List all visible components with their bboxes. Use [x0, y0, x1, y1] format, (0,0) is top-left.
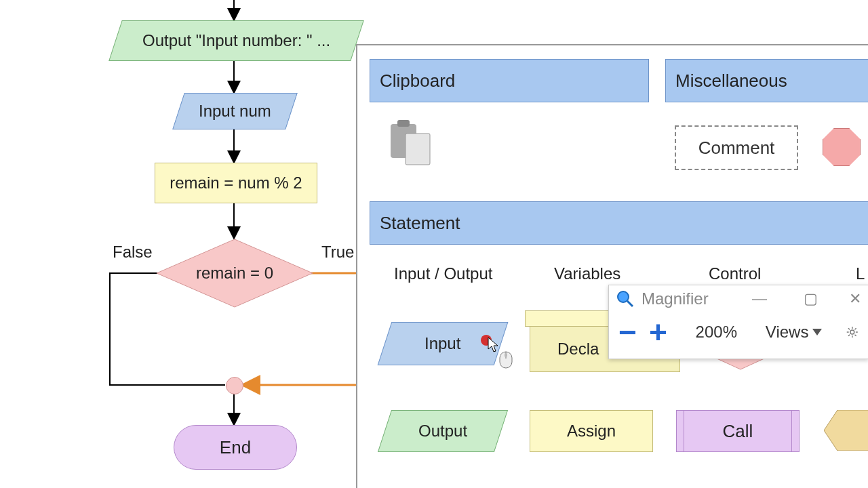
section-header-statement: Statement [370, 201, 868, 245]
flow-node-output-label: Output "Input number: " ... [142, 31, 330, 50]
section-header-misc: Miscellaneous [665, 59, 868, 102]
views-dropdown-label: Views [766, 323, 809, 342]
flow-node-assign[interactable]: remain = num % 2 [155, 163, 317, 203]
category-loops: L [856, 264, 865, 283]
svg-rect-8 [406, 134, 430, 165]
minimize-button[interactable]: — [752, 290, 767, 308]
shape-template-assign-label: Assign [567, 422, 616, 441]
svg-marker-5 [157, 239, 313, 307]
mouse-icon [498, 349, 513, 369]
settings-icon[interactable] [846, 324, 859, 340]
flow-node-decision[interactable] [155, 238, 314, 308]
close-button[interactable]: ✕ [849, 290, 861, 308]
flow-node-input-label: Input num [199, 102, 271, 121]
svg-marker-12 [824, 410, 868, 451]
flow-node-output[interactable]: Output "Input number: " ... [108, 20, 363, 61]
shape-template-input-label: Input [425, 334, 460, 353]
zoom-level: 200% [696, 323, 737, 342]
shape-template-loop[interactable] [824, 410, 868, 451]
svg-rect-7 [397, 120, 410, 127]
shape-template-declare-label: Decla [557, 340, 599, 359]
section-header-statement-label: Statement [380, 213, 460, 234]
magnifier-title-label: Magnifier [642, 289, 709, 308]
paste-icon[interactable] [388, 120, 435, 167]
section-header-clipboard-label: Clipboard [380, 70, 455, 92]
svg-line-21 [848, 328, 850, 329]
svg-point-16 [850, 330, 854, 334]
decision-true-label: True [321, 243, 354, 262]
flow-node-end-label: End [220, 437, 251, 458]
svg-line-24 [855, 328, 856, 329]
zoom-in-button[interactable]: + [649, 317, 667, 348]
flow-merge-node [226, 377, 243, 394]
svg-point-14 [618, 291, 629, 302]
shape-template-assign[interactable]: Assign [530, 410, 653, 452]
category-io: Input / Output [394, 264, 492, 283]
chevron-down-icon [812, 329, 822, 336]
category-vars: Variables [554, 264, 620, 283]
flow-node-end[interactable]: End [174, 425, 297, 470]
svg-line-23 [848, 335, 850, 336]
shape-template-stop[interactable] [823, 128, 861, 166]
zoom-out-button[interactable]: − [618, 317, 637, 348]
svg-line-22 [855, 335, 856, 336]
flow-node-assign-label: remain = num % 2 [170, 174, 302, 192]
svg-rect-11 [505, 353, 507, 357]
shape-template-comment-label: Comment [698, 138, 775, 159]
shape-palette-panel: Clipboard Miscellaneous Comment Statemen… [356, 44, 868, 488]
section-header-misc-label: Miscellaneous [675, 70, 787, 92]
views-dropdown[interactable]: Views [766, 323, 823, 342]
section-header-clipboard: Clipboard [370, 59, 649, 102]
shape-template-comment[interactable]: Comment [675, 125, 798, 170]
svg-line-15 [627, 301, 633, 306]
category-ctrl: Control [709, 264, 761, 283]
shape-template-call[interactable]: Call [676, 410, 800, 452]
decision-false-label: False [113, 243, 153, 262]
shape-template-output[interactable]: Output [378, 410, 508, 452]
magnifier-window[interactable]: Magnifier — ▢ ✕ − + 200% Views [608, 285, 868, 359]
maximize-button[interactable]: ▢ [804, 290, 818, 308]
magnifier-icon [616, 289, 635, 308]
shape-template-output-label: Output [418, 422, 467, 441]
flow-node-input[interactable]: Input num [172, 93, 298, 129]
shape-template-call-label: Call [723, 421, 753, 442]
